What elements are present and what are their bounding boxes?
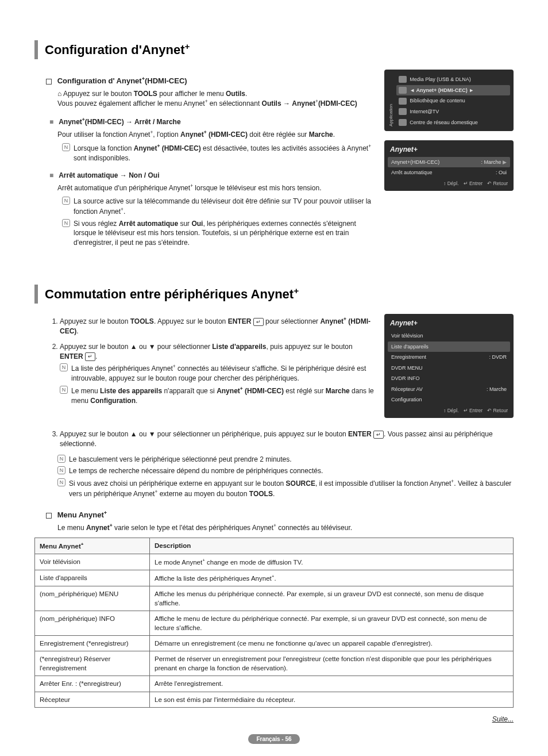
t: Anynet: [217, 387, 240, 395]
sub1-text: Configuration d' Anynet: [57, 76, 142, 85]
t: Anynet: [320, 317, 344, 325]
retour-hint: ↶ Retour: [487, 408, 508, 415]
table-row: Arrêter Enr. : (*enregistreur)Arrête l'e…: [35, 676, 514, 692]
cell-menu: Récepteur: [35, 692, 150, 707]
checkbox-icon: [46, 79, 52, 85]
section2-title-text: Commutation entre périphériques Anynet: [45, 287, 294, 301]
checkbox-icon: [46, 513, 52, 519]
t: pour sélectionner: [264, 317, 321, 325]
table-row: RécepteurLe son est émis par l'intermédi…: [35, 692, 514, 707]
t: Dépl.: [447, 181, 459, 186]
osd-app-item: Internet@TV: [396, 106, 510, 117]
t: connectés au téléviseur.: [276, 524, 352, 532]
retour-hint: ↶ Retour: [487, 181, 508, 187]
osd-app-item: Centre de réseau domestique: [396, 117, 510, 128]
item1-head-a: Anynet: [59, 118, 82, 126]
return-icon: ↶: [487, 408, 492, 413]
section-switch-anynet: Commutation entre périphériques Anynet+ …: [34, 285, 514, 744]
para-tools: ⌂ Appuyez sur le bouton TOOLS pour affic…: [57, 89, 374, 109]
entrer-hint: ↵ Entrer: [464, 181, 483, 187]
t: Le menu Liste des appareils n'apparaît q…: [71, 386, 374, 406]
t: Le menu: [71, 387, 100, 395]
osd-row-label: DVDR INFO: [391, 375, 420, 382]
triangle-left-icon: ◄: [410, 87, 416, 93]
note3-text: Si vous réglez Arrêt automatique sur Oui…: [74, 219, 374, 248]
note-icon: N: [62, 143, 70, 151]
osd-anynet-settings: Anynet+ Anynet+(HDMI-CEC): Marche ▶Arrêt…: [384, 140, 514, 191]
tool-icon: ⌂: [57, 90, 61, 98]
osd-app-item: Bibliothèque de contenu: [396, 95, 510, 106]
note-icon: N: [62, 197, 70, 205]
p1-outils: Outils: [226, 90, 245, 98]
step-1: Appuyez sur le bouton TOOLS. Appuyez sur…: [60, 316, 374, 336]
step-2: Appuyez sur le bouton ▲ ou ▼ pour sélect…: [60, 342, 374, 406]
t: doit être réglée sur: [248, 131, 309, 139]
p2-outils: Outils: [262, 99, 281, 108]
page-label: Français - 56: [248, 734, 299, 744]
arrow: →: [281, 99, 292, 108]
osd-row: Arrêt automatique: Oui: [388, 167, 510, 178]
t: ENTER: [348, 430, 372, 438]
t: n'apparaît que si: [162, 387, 217, 395]
menu-item-icon: [399, 108, 407, 115]
note1-text: Lorsque la fonction Anynet+ (HDMI-CEC) e…: [74, 143, 374, 163]
p2-suffix: (HDMI-CEC): [318, 99, 357, 108]
p2b: en sélectionnant: [208, 99, 262, 108]
t: TOOLS: [249, 490, 273, 498]
osd-row-label: Liste d'appareils: [391, 343, 429, 351]
cell-desc: Le son est émis par l'intermédiaire du r…: [150, 692, 514, 707]
menu-item-icon: [399, 87, 407, 94]
t: Arrêt automatique d'un périphérique Anyn…: [57, 184, 190, 192]
osd-anynet1-rows: Anynet+(HDMI-CEC): Marche ▶Arrêt automat…: [388, 157, 510, 178]
osd-row-label: Arrêt automatique: [391, 169, 433, 176]
item2-head-text: Arrêt automatique → Non / Oui: [59, 171, 159, 179]
t: Liste d'appareils: [212, 343, 266, 351]
t: . Appuyez sur le bouton: [154, 317, 228, 325]
osd-row-label: Anynet+(HDMI-CEC): [391, 159, 439, 166]
menu-anynet-head: Menu Anynet+: [46, 509, 514, 521]
p1a: Appuyez sur le bouton: [63, 90, 134, 98]
t: .: [136, 397, 137, 405]
t: Lorsque la fonction: [74, 144, 134, 152]
section1-title: Configuration d'Anynet+: [34, 40, 514, 59]
osd-sidebar-label: Application: [388, 74, 394, 128]
t: TOOLS: [130, 317, 154, 325]
note1: N Lorsque la fonction Anynet+ (HDMI-CEC)…: [62, 143, 374, 163]
t: .: [76, 327, 78, 335]
sub1-suffix: (HDMI-CEC): [145, 76, 187, 85]
note-icon: N: [60, 386, 68, 394]
menu-item-icon: [399, 76, 407, 83]
osd-row: DVDR INFO: [388, 373, 510, 384]
t: , l'option: [153, 131, 180, 139]
osd-brand: Anynet+: [388, 318, 510, 331]
t: Le temps de recherche nécessaire dépend …: [69, 466, 323, 476]
osd-row: DVDR MENU: [388, 363, 510, 374]
osd-anynet-device-list: Anynet+ Voir télévisionListe d'appareils…: [384, 314, 514, 418]
steps-list: Appuyez sur le bouton TOOLS. Appuyez sur…: [49, 316, 374, 405]
cell-menu: (nom_périphérique) INFO: [35, 611, 150, 636]
table-row: Enregistrement (*enregistreur)Démarre un…: [35, 636, 514, 651]
t: ENTER: [60, 352, 83, 360]
table-row: Liste d'appareilsAffiche la liste des pé…: [35, 570, 514, 586]
osd-row: Récepteur AV: Marche: [388, 384, 510, 395]
bottom-note2: N Le temps de recherche nécessaire dépen…: [57, 466, 514, 476]
table-row: (nom_périphérique) INFOAffiche le menu d…: [35, 611, 514, 636]
cell-menu: (nom_périphérique) MENU: [35, 586, 150, 611]
osd-app-item-label: Bibliothèque de contenu: [410, 97, 465, 105]
t: lorsque le téléviseur est mis hors tensi…: [193, 184, 321, 192]
steps-list-cont: Appuyez sur le bouton ▲ ou ▼ pour sélect…: [49, 429, 514, 449]
item1-head-b: (HDMI-CEC) → Arrêt / Marche: [85, 118, 181, 126]
depl-icon: ↕: [443, 181, 446, 186]
t: Le basculement vers le périphérique séle…: [69, 455, 292, 465]
section2-left: Appuyez sur le bouton TOOLS. Appuyez sur…: [34, 314, 374, 427]
section1-title-text: Configuration d'Anynet: [45, 43, 185, 57]
t: Entrer: [469, 181, 483, 186]
note-icon: N: [62, 219, 70, 227]
anynet-menu-table: Menu Anynet+ Description Voir télévision…: [34, 538, 514, 708]
osd-app-item: ◄ Anynet+ (HDMI-CEC) ►: [396, 85, 510, 96]
t: , il est impossible d'utiliser la foncti…: [315, 479, 451, 488]
t: Oui: [191, 220, 203, 228]
t: .: [273, 490, 275, 498]
p2-anynet: Anynet: [292, 99, 315, 108]
section1-right: Application Media Play (USB & DLNA)◄ Any…: [384, 70, 514, 250]
